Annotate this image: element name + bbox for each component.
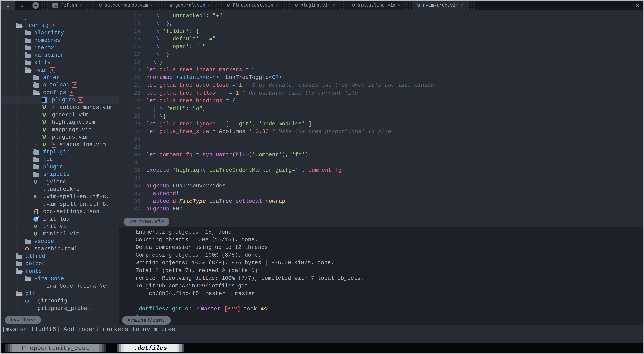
buffer-tab-autocommands.vim[interactable]: Vautocommands.vim× xyxy=(94,1,157,10)
code-line[interactable]: 12│ \ 'untracked': "★" xyxy=(120,12,643,20)
buffer-tab-nvim-tree.vim[interactable]: Vnvim-tree.vim× xyxy=(412,1,468,10)
tree-item-plugin[interactable]: ││plugin xyxy=(1,163,119,171)
buffer-tab-general.vim[interactable]: Vgeneral.vim× xyxy=(164,1,214,10)
tree-item-plugins[interactable]: │││plugins+ xyxy=(1,96,119,104)
tree-item-.gvimrc[interactable]: ││V.gvimrc xyxy=(1,178,119,186)
editor-window[interactable]: 12│ \ 'untracked': "★"13│ \ },14│ \ 'fol… xyxy=(120,10,643,227)
buffer-tab-plugins.vim[interactable]: Vplugins.vim× xyxy=(290,1,340,10)
close-buffer-icon[interactable]: × xyxy=(207,3,210,8)
tree-item-ftplugin[interactable]: ││ftplugin xyxy=(1,148,119,156)
tree-item-git[interactable]: git xyxy=(1,290,119,297)
tree-item-highlight.vim[interactable]: │││Vhighlight.vim xyxy=(1,119,119,126)
tree-item-homebrew[interactable]: │homebrew xyxy=(1,37,119,44)
tree-item-starship.toml[interactable]: └⚙starship.toml xyxy=(1,245,119,253)
tree-item-fonts[interactable]: fonts xyxy=(1,268,119,275)
code-line[interactable]: 29 xyxy=(120,143,643,151)
code-line[interactable]: 33 xyxy=(120,174,643,182)
buffer-tab-fluttertest.vim[interactable]: Vfluttertest.vim× xyxy=(222,1,282,10)
tree-item-plugins.vim[interactable]: │││Vplugins.vim xyxy=(1,134,119,141)
code-line[interactable]: 30let comment_fg = synIDattr(hlID('Comme… xyxy=(120,151,643,159)
code-line[interactable]: 16│ \ 'open': "▱" xyxy=(120,43,643,51)
tree-item-statusline.vim[interactable]: ││└V+statusline.vim xyxy=(1,141,119,148)
tree-item-dotbot[interactable]: dotbot xyxy=(1,260,119,268)
tree-item-Fira Code[interactable]: └Fira Code xyxy=(1,275,119,283)
tabpage-1[interactable]: 1 xyxy=(1,1,15,10)
tree-item-alfred[interactable]: alfred xyxy=(1,253,119,260)
code-line[interactable]: 36 autocmd FileType LuaTree setlocal now… xyxy=(120,198,643,205)
tmux-window-1[interactable]: □ opportunity_cost xyxy=(5,344,106,352)
code-line[interactable]: 37augroup END xyxy=(120,205,643,213)
code-line[interactable]: 31 xyxy=(120,159,643,167)
tree-item-lua[interactable]: ││lua xyxy=(1,156,119,163)
tree-item-label: git xyxy=(26,291,35,297)
tree-item-label: autoload xyxy=(43,82,70,88)
code-line[interactable]: 26let g:lua_tree_ignore = [ '.git', 'nod… xyxy=(120,120,643,128)
tree-item-mappings.vim[interactable]: │││Vmappings.vim xyxy=(1,126,119,134)
tmux-window-2[interactable]: .dotfiles xyxy=(117,344,184,352)
tree-item-label: fonts xyxy=(26,268,42,274)
code-line[interactable]: 28 xyxy=(120,136,643,143)
tree-item-..[interactable]: .. xyxy=(1,14,119,22)
code-line[interactable]: 21let g:lua_tree_auto_close = 1 " 0 by d… xyxy=(120,82,643,89)
tree-item-init.vim[interactable]: ││Vinit.vim xyxy=(1,223,119,230)
code-line[interactable]: 25│ │ \} xyxy=(120,112,643,120)
tree-item-minimal.vim[interactable]: │└Vminimal.vim xyxy=(1,230,119,238)
tree-item-.gitignore_global[interactable]: │≡.gitignore_global xyxy=(1,305,119,312)
tree-item-iterm2[interactable]: │iterm2 xyxy=(1,44,119,52)
tree-item-autocommands.vim[interactable]: │││V+autocommands.vim xyxy=(1,104,119,111)
close-buffer-icon[interactable]: × xyxy=(150,3,152,8)
code-line[interactable]: 24│ │ \ "edit": "o", xyxy=(120,105,643,112)
tree-item-karabiner[interactable]: │karabiner xyxy=(1,52,119,59)
tree-item-configs[interactable]: ││configs+ xyxy=(1,89,119,96)
tree-item-init.lua[interactable]: ││init.lua xyxy=(1,215,119,223)
code-line[interactable]: 20nnoremap <silent><c-n> :LuaTreeToggle<… xyxy=(120,74,643,81)
editor-statusline-pill: <m-tree.vim xyxy=(124,218,170,226)
terminal-window[interactable]: Enumerating objects: 15, done.Counting o… xyxy=(120,227,643,325)
close-buffer-icon[interactable]: × xyxy=(332,3,335,8)
buffer-tab-statusline.vim[interactable]: Vstatusline.vim× xyxy=(347,1,405,10)
code-line[interactable]: 35 autocmd! xyxy=(120,190,643,198)
tree-item-Fira Code Retina Ner[interactable]: │└≡Fira Code Retina Ner xyxy=(1,282,119,290)
tree-item-.vim-spell-en.utf-8.[interactable]: ││≡.vim-spell-en.utf-8. xyxy=(1,193,119,201)
tree-item-.luacheckrc[interactable]: ││≡.luacheckrc xyxy=(1,186,119,193)
back-arrow-icon[interactable]: ← xyxy=(32,2,39,9)
tabpage-2[interactable]: 2 xyxy=(15,1,30,10)
tree-item-coc-settings.json[interactable]: ││{}coc-settings.json xyxy=(1,208,119,215)
code-line[interactable]: 13│ \ }, xyxy=(120,20,643,27)
tree-item-autoload[interactable]: ││autoload+ xyxy=(1,81,119,89)
tree-item-label: .gitignore_global xyxy=(34,305,90,312)
text-file-icon: ≡ xyxy=(24,305,28,312)
tree-item-alacritty[interactable]: │alacritty xyxy=(1,29,119,37)
code-line[interactable]: 34augroup LuaTreeOverrides xyxy=(120,182,643,190)
tree-item-after[interactable]: ││after xyxy=(1,74,119,81)
tree-item-.config[interactable]: .config+ xyxy=(1,22,119,29)
buffer-tab-fzf.sh[interactable]: >_fzf.sh× xyxy=(48,1,86,10)
tree-item-general.vim[interactable]: │││Vgeneral.vim xyxy=(1,111,119,119)
code-line[interactable]: 19let g:lua_tree_indent_markers = 1 xyxy=(120,66,643,74)
close-buffer-icon[interactable]: × xyxy=(276,3,278,8)
text-file-icon: ≡ xyxy=(34,283,36,289)
code-line[interactable]: 27let g:lua_tree_size = &columns * 0.33 … xyxy=(120,128,643,136)
tmux-statusbar: □ opportunity_cost.dotfiles xyxy=(1,343,643,353)
line-number: 14 xyxy=(120,27,146,35)
tree-item-snippets[interactable]: ││snippets xyxy=(1,171,119,178)
tab-separator xyxy=(282,1,290,10)
tree-item-.gitconfig[interactable]: │⚙.gitconfig xyxy=(1,297,119,305)
tree-item-.vim-spell-en.utf-8.[interactable]: ││≡.vim-spell-en.utf-8. xyxy=(1,201,119,208)
code-line[interactable]: 23let g:lua_tree_bindings = { xyxy=(120,97,643,105)
close-all-icon[interactable]: ✕ xyxy=(635,2,640,9)
code-line[interactable]: 22let g:lua_tree_follow = 1 " On bufEnte… xyxy=(120,89,643,97)
tree-item-nvim[interactable]: │nvim+ xyxy=(1,66,119,74)
indent-marker: │ xyxy=(24,97,34,103)
close-buffer-icon[interactable]: × xyxy=(460,3,463,8)
code-line[interactable]: 15│ \ 'default': "▰", xyxy=(120,35,643,43)
code-line[interactable]: 14│ \ 'folder': { xyxy=(120,27,643,35)
tree-item-kitty[interactable]: │kitty xyxy=(1,59,119,67)
code-line[interactable]: 17│ \ } xyxy=(120,51,643,58)
code-line[interactable]: 32execute 'highlight LuaTreeIndentMarker… xyxy=(120,167,643,174)
tree-item-vscode[interactable]: │vscode xyxy=(1,238,119,245)
close-buffer-icon[interactable]: × xyxy=(79,3,82,8)
file-tree-panel[interactable]: ...config+│alacritty│homebrew│iterm2│kar… xyxy=(1,10,120,325)
close-buffer-icon[interactable]: × xyxy=(398,3,400,8)
code-line[interactable]: 18│ \ } xyxy=(120,58,643,66)
